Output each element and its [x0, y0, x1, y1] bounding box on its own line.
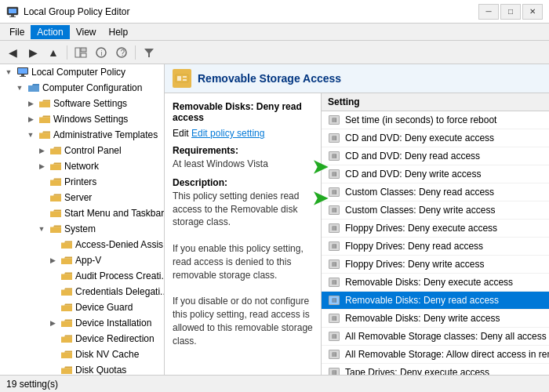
- setting-row[interactable]: ▤ Custom Classes: Deny write access: [322, 201, 549, 220]
- tree-item-access-denied[interactable]: Access-Denied Assis...: [0, 237, 164, 252]
- tree-item-computer-configuration[interactable]: ▼ Computer Configuration: [0, 80, 164, 96]
- tree-item-disk-nv-cache[interactable]: Disk NV Cache: [0, 347, 164, 362]
- title-bar: Local Group Policy Editor ─ □ ✕: [0, 0, 549, 24]
- setting-icon: ▤: [328, 114, 340, 126]
- setting-row-selected[interactable]: ▤ Removable Disks: Deny read access: [322, 292, 549, 310]
- setting-icon: ▤: [328, 348, 340, 361]
- forward-button[interactable]: ▶: [24, 44, 42, 61]
- folder-icon: [49, 160, 62, 172]
- svg-rect-14: [21, 74, 24, 76]
- setting-row[interactable]: ▤ Set time (in seconds) to force reboot: [322, 111, 549, 129]
- app-icon: [6, 5, 19, 18]
- setting-row[interactable]: ▤ All Removable Storage: Allow direct ac…: [322, 346, 549, 364]
- folder-icon: [49, 191, 62, 204]
- tree-item-device-guard[interactable]: Device Guard: [0, 299, 164, 315]
- close-button[interactable]: ✕: [522, 4, 543, 20]
- tree-toggle[interactable]: ▼: [36, 223, 47, 234]
- tree-item-system[interactable]: ▼ System: [0, 221, 164, 237]
- tree-item-label: System: [64, 223, 96, 234]
- folder-icon: [49, 176, 62, 188]
- edit-policy-link[interactable]: Edit policy setting: [191, 128, 264, 139]
- tree-item-device-installation[interactable]: ▶ Device Installation: [0, 315, 164, 331]
- setting-icon: ▤: [328, 168, 340, 180]
- filter-button[interactable]: [140, 44, 158, 61]
- menu-action[interactable]: Action: [31, 25, 69, 39]
- folder-icon: [38, 97, 51, 110]
- setting-row[interactable]: ▤ Removable Disks: Deny execute access: [322, 274, 549, 292]
- setting-row[interactable]: ▤ Floppy Drives: Deny write access: [322, 256, 549, 274]
- tree-item-label: Windows Settings: [53, 114, 128, 125]
- tree-item-network[interactable]: ▶ Network: [0, 158, 164, 174]
- status-text: 19 setting(s): [6, 379, 58, 390]
- svg-rect-18: [183, 76, 187, 78]
- tree-item-label: Computer Configuration: [42, 82, 142, 93]
- tree-item-windows-settings[interactable]: ▶ Windows Settings: [0, 111, 164, 127]
- tree-item-label: Control Panel: [64, 145, 122, 156]
- setting-row[interactable]: ▤ Removable Disks: Deny write access: [322, 310, 549, 328]
- panel-header-icon: [173, 69, 191, 88]
- back-button[interactable]: ◀: [3, 44, 22, 61]
- setting-row[interactable]: ▤ CD and DVD: Deny read access: [322, 147, 549, 165]
- main-content: ▼ Local Computer Policy ▼ Computer Confi…: [0, 64, 549, 375]
- tree-item-credentials[interactable]: Credentials Delegati...: [0, 284, 164, 299]
- tree-toggle[interactable]: ▶: [36, 145, 47, 156]
- tree-item-printers[interactable]: Printers: [0, 174, 164, 190]
- up-button[interactable]: ▲: [44, 44, 63, 61]
- svg-rect-13: [18, 68, 27, 74]
- tree-toggle[interactable]: ▼: [14, 82, 25, 93]
- tree-item-start-menu[interactable]: Start Menu and Taskbar: [0, 205, 164, 221]
- folder-blue-icon: [27, 82, 40, 94]
- tree-toggle[interactable]: ▼: [25, 129, 36, 140]
- menu-view[interactable]: View: [70, 25, 103, 39]
- tree-toggle[interactable]: ▶: [25, 114, 36, 125]
- tree-item-label: Printers: [64, 176, 96, 187]
- tree-item-server[interactable]: Server: [0, 190, 164, 205]
- tree-item-administrative-templates[interactable]: ▼ Administrative Templates: [0, 127, 164, 143]
- setting-row[interactable]: ▤ CD and DVD: Deny write access: [322, 165, 549, 183]
- status-bar: 19 setting(s): [0, 375, 549, 392]
- setting-label: Tape Drives: Deny execute access: [345, 367, 489, 375]
- folder-icon: [60, 301, 73, 314]
- setting-row[interactable]: ▤ Floppy Drives: Deny execute access: [322, 220, 549, 238]
- tree-item-disk-quotas[interactable]: Disk Quotas: [0, 362, 164, 375]
- svg-rect-3: [9, 16, 16, 17]
- tree-toggle[interactable]: ▶: [47, 318, 58, 328]
- tree-item-audit-process[interactable]: Audit Process Creati...: [0, 268, 164, 284]
- tree-toggle[interactable]: ▶: [36, 161, 47, 172]
- show-tree-button[interactable]: [71, 44, 90, 61]
- setting-label: Floppy Drives: Deny read access: [345, 241, 483, 252]
- tree-toggle[interactable]: ▶: [47, 255, 58, 266]
- tree-item-app-v[interactable]: ▶ App-V: [0, 252, 164, 268]
- folder-icon: [60, 348, 73, 361]
- folder-icon: [60, 364, 73, 375]
- menu-help[interactable]: Help: [103, 25, 135, 39]
- setting-row[interactable]: ▤ Floppy Drives: Deny read access: [322, 238, 549, 256]
- tree-item-label: Access-Denied Assis...: [75, 239, 165, 250]
- settings-pane: Setting ▤ Set time (in seconds) to force…: [322, 93, 549, 375]
- setting-icon: ▤: [328, 132, 340, 144]
- setting-row[interactable]: ▤ All Removable Storage classes: Deny al…: [322, 328, 549, 346]
- tree-item-label: Disk NV Cache: [75, 349, 139, 360]
- setting-row[interactable]: ▤ Custom Classes: Deny read access: [322, 183, 549, 201]
- tree-toggle[interactable]: ▼: [3, 67, 14, 78]
- tree-item-device-redirection[interactable]: Device Redirection: [0, 331, 164, 347]
- properties-button[interactable]: i: [92, 44, 111, 61]
- tree-item-software-settings[interactable]: ▶ Software Settings: [0, 96, 164, 111]
- setting-icon: ▤: [328, 294, 340, 307]
- setting-label: All Removable Storage classes: Deny all …: [345, 331, 547, 342]
- tree-item-control-panel[interactable]: ▶ Control Panel: [0, 143, 164, 158]
- maximize-button[interactable]: □: [500, 4, 521, 20]
- minimize-button[interactable]: ─: [478, 4, 499, 20]
- setting-label: CD and DVD: Deny read access: [345, 151, 480, 162]
- setting-icon: ▤: [328, 150, 340, 162]
- description-label: Description:: [173, 177, 313, 188]
- green-arrow-1: ➤: [312, 156, 328, 178]
- setting-row[interactable]: ▤ CD and DVD: Deny execute access: [322, 129, 549, 147]
- svg-rect-1: [9, 9, 16, 13]
- tree-item-local-computer-policy[interactable]: ▼ Local Computer Policy: [0, 64, 164, 80]
- menu-file[interactable]: File: [3, 25, 31, 39]
- tree-toggle[interactable]: ▶: [25, 98, 36, 109]
- help-button[interactable]: ?: [112, 44, 131, 61]
- setting-row[interactable]: ▤ Tape Drives: Deny execute access: [322, 364, 549, 375]
- requirements-label: Requirements:: [173, 145, 313, 156]
